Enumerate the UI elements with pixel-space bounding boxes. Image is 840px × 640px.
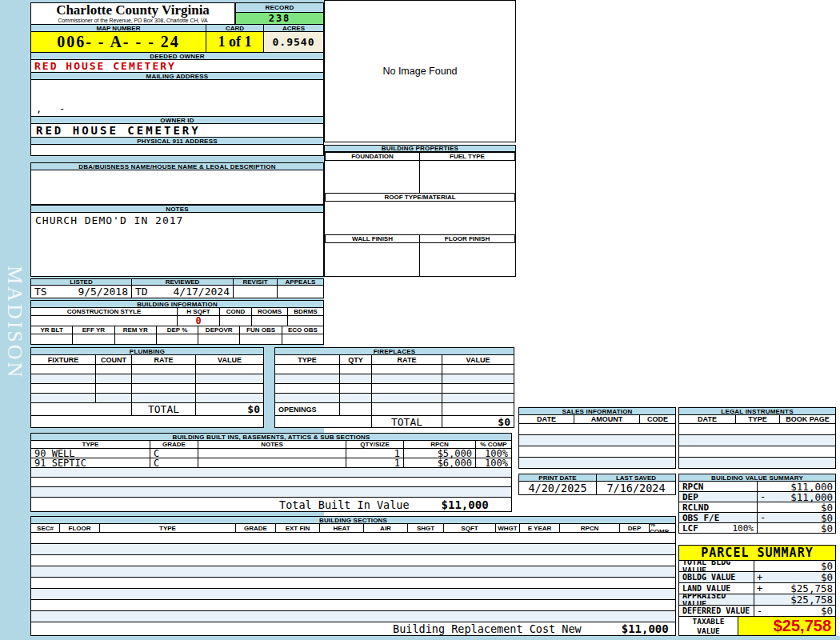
cond-cell[interactable] bbox=[220, 315, 252, 326]
bvs-row[interactable]: RPCN $11,000 bbox=[678, 481, 836, 492]
appeals-cell[interactable] bbox=[278, 285, 324, 298]
reviewed-cell[interactable]: TD 4/17/2024 bbox=[132, 285, 234, 298]
building-info-value-row1: 0 bbox=[30, 315, 324, 326]
card-value[interactable]: 1 of 1 bbox=[206, 31, 264, 53]
wall-finish-cell[interactable] bbox=[325, 242, 420, 276]
bvs-row[interactable]: DEP -$11,000 bbox=[678, 491, 836, 502]
deeded-owner-value[interactable]: RED HOUSE CEMETERY bbox=[30, 59, 324, 73]
table-row bbox=[30, 610, 676, 622]
physical-address-box[interactable] bbox=[30, 144, 324, 156]
plumbing-empty-row bbox=[30, 415, 264, 428]
fireplaces-total-row: TOTAL $0 bbox=[274, 415, 514, 428]
county-title: Charlotte County Virginia bbox=[31, 3, 234, 18]
no-image-placeholder: No Image Found bbox=[324, 0, 516, 142]
parcel-row[interactable]: OBLDG VALUE +$0 bbox=[678, 571, 836, 583]
rooms-cell[interactable] bbox=[252, 315, 288, 326]
fireplaces-total-label: TOTAL bbox=[372, 415, 442, 428]
built-ins-total-label: Total Built In Value bbox=[279, 498, 410, 511]
listed-cell[interactable]: TS 9/5/2018 bbox=[30, 285, 132, 298]
table-row bbox=[30, 554, 676, 566]
table-row bbox=[274, 374, 514, 384]
taxable-value-label: TAXABLE VALUE bbox=[685, 617, 733, 635]
property-record-card: MADISON Charlotte County Virginia Commis… bbox=[0, 0, 840, 640]
openings-label: OPENINGS bbox=[274, 402, 340, 416]
county-header-box: Charlotte County Virginia Commissioner o… bbox=[30, 2, 235, 25]
building-replacement-cost-row: Building Replacement Cost New $11,000 bbox=[30, 622, 676, 636]
built-ins-total-row: Total Built In Value $11,000 bbox=[30, 497, 512, 512]
construction-style-cell[interactable] bbox=[30, 315, 178, 326]
roof-type-label: ROOF TYPE/MATERIAL bbox=[325, 193, 515, 202]
bvs-row[interactable]: OBS F/E -$0 bbox=[678, 512, 836, 523]
taxable-value[interactable]: $25,758 bbox=[774, 617, 831, 635]
table-row bbox=[274, 383, 514, 394]
table-row bbox=[30, 566, 676, 578]
listed-by: TS bbox=[34, 286, 47, 298]
floor-finish-label: FLOOR FINISH bbox=[420, 234, 515, 243]
dba-box[interactable] bbox=[30, 170, 324, 205]
revisit-cell[interactable] bbox=[234, 285, 278, 298]
building-replacement-label: Building Replacement Cost New bbox=[393, 622, 582, 635]
listed-date: 9/5/2018 bbox=[78, 286, 128, 298]
parcel-summary-title: PARCEL SUMMARY bbox=[678, 545, 836, 561]
last-saved-value[interactable]: 7/16/2024 bbox=[597, 481, 676, 495]
foundation-cell[interactable] bbox=[325, 160, 420, 194]
table-row bbox=[518, 434, 676, 446]
print-date-value[interactable]: 4/20/2025 bbox=[518, 481, 597, 495]
fireplaces-total-value[interactable]: $0 bbox=[442, 415, 514, 428]
county-subtitle: Commissioner of the Revenue, PO Box 308,… bbox=[31, 18, 234, 23]
building-properties-table: FOUNDATION FUEL TYPE ROOF TYPE/MATERIAL … bbox=[324, 151, 516, 277]
reviewed-date: 4/17/2024 bbox=[174, 286, 230, 298]
print-value-row: 4/20/2025 7/16/2024 bbox=[518, 481, 676, 495]
table-row bbox=[678, 423, 836, 435]
reviewed-by: TD bbox=[135, 286, 148, 298]
plumbing-total-value[interactable]: $0 bbox=[196, 402, 264, 416]
table-row bbox=[30, 383, 264, 394]
notes-box[interactable]: CHURCH DEMO'D IN 2017 bbox=[30, 212, 324, 277]
table-row bbox=[30, 577, 676, 589]
table-row bbox=[518, 423, 676, 435]
record-value[interactable]: 238 bbox=[235, 12, 324, 25]
table-row bbox=[678, 434, 836, 446]
plumbing-total-row: TOTAL $0 bbox=[30, 402, 264, 416]
parcel-row[interactable]: TOTAL BLDG VALUE $0 bbox=[678, 560, 836, 572]
table-row bbox=[30, 599, 676, 611]
building-info-value-row2 bbox=[30, 334, 324, 345]
table-row bbox=[30, 486, 512, 498]
fuel-type-label: FUEL TYPE bbox=[420, 152, 515, 161]
no-image-text: No Image Found bbox=[382, 66, 457, 77]
owner-id-value[interactable]: RED HOUSE CEMETERY bbox=[30, 123, 324, 138]
mailing-address-box[interactable]: , - bbox=[30, 79, 324, 117]
built-ins-total-value[interactable]: $11,000 bbox=[442, 498, 489, 511]
parcel-row[interactable]: APPRAISED VALUE $25,758 bbox=[678, 594, 836, 606]
madison-watermark: MADISON bbox=[2, 266, 26, 402]
building-replacement-value[interactable]: $11,000 bbox=[622, 622, 669, 635]
table-row bbox=[30, 374, 264, 384]
table-row bbox=[30, 543, 676, 555]
table-row bbox=[30, 588, 676, 600]
taxable-value-row: TAXABLE VALUE $25,758 bbox=[678, 616, 836, 636]
table-row bbox=[30, 532, 676, 544]
parcel-row[interactable]: DEFERRED VALUE -$0 bbox=[678, 605, 836, 617]
h-sqft-value[interactable]: 0 bbox=[178, 315, 220, 326]
table-row bbox=[678, 446, 836, 458]
bvs-row[interactable]: LCF100% $0 bbox=[678, 522, 836, 534]
map-value-row: 006- - A- - - 24 1 of 1 0.9540 bbox=[30, 31, 324, 53]
plumbing-total-label: TOTAL bbox=[132, 402, 196, 416]
table-row bbox=[518, 457, 676, 469]
acres-value[interactable]: 0.9540 bbox=[264, 31, 324, 53]
mailing-address-value: , - bbox=[31, 103, 65, 116]
map-number-value[interactable]: 006- - A- - - 24 bbox=[30, 31, 206, 53]
table-row bbox=[518, 446, 676, 458]
fireplaces-openings-row: OPENINGS bbox=[274, 402, 514, 416]
bdrms-cell[interactable] bbox=[288, 315, 324, 326]
parcel-row[interactable]: LAND VALUE +$25,758 bbox=[678, 582, 836, 594]
visits-value-row: TS 9/5/2018 TD 4/17/2024 bbox=[30, 285, 324, 298]
table-row bbox=[678, 457, 836, 469]
bvs-row[interactable]: RCLND $0 bbox=[678, 502, 836, 513]
